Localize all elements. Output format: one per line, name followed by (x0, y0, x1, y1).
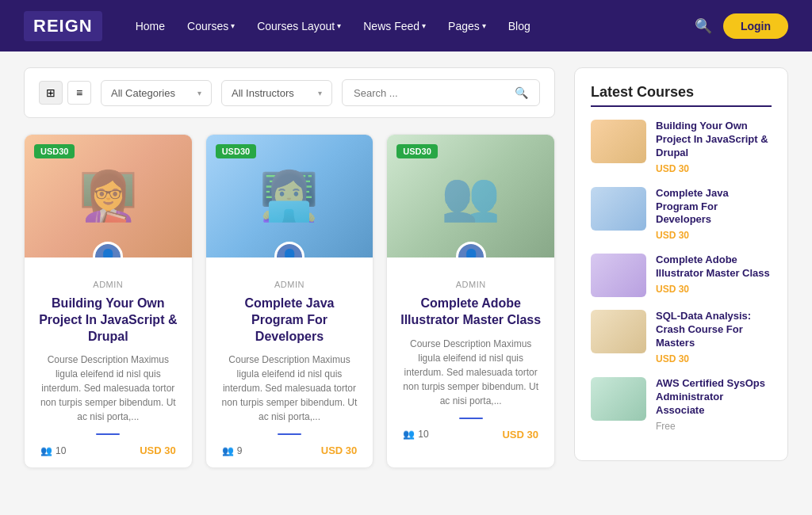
sidebar-course-item[interactable]: SQL-Data Analysis: Crash Course For Mast… (591, 310, 772, 364)
card-footer: 👥 10 USD 30 (37, 444, 179, 456)
header: REIGN Home Courses ▾ Courses Layout ▾ Ne… (0, 0, 812, 52)
card-admin-label: ADMIN (400, 280, 542, 289)
sidebar-course-title: AWS Certified SysOps Administrator Assoc… (656, 377, 772, 418)
card-title: Complete Java Program For Developers (219, 296, 361, 345)
sidebar-course-info: Building Your Own Project In JavaScript … (656, 120, 772, 174)
sidebar-course-info: Complete Adobe Illustrator Master Class … (656, 254, 772, 295)
card-description: Course Description Maximus ligula eleife… (219, 353, 361, 424)
sidebar-course-price: Free (656, 421, 772, 432)
sidebar-course-price: USD 30 (656, 353, 772, 364)
card-body: ADMIN Building Your Own Project In JavaS… (25, 258, 192, 467)
card-divider (96, 433, 120, 435)
nav-feed-arrow: ▾ (422, 21, 426, 30)
students-icon: 👥 (222, 445, 234, 456)
card-students: 👥 10 (403, 429, 428, 440)
sidebar: Latest Courses Building Your Own Project… (574, 67, 788, 461)
search-box[interactable]: 🔍 (342, 79, 540, 106)
sidebar-items-list: Building Your Own Project In JavaScript … (591, 120, 772, 432)
main-content: ⊞ ≡ All Categories ▾ All Instructors ▾ 🔍… (0, 52, 812, 484)
search-input[interactable] (354, 87, 508, 99)
sidebar-divider (591, 105, 772, 107)
course-image: 👩‍🏫 USD30 👤 (25, 135, 192, 258)
nav-courses[interactable]: Courses ▾ (178, 13, 244, 39)
price-badge: USD30 (216, 144, 256, 158)
course-card[interactable]: 👩‍🏫 USD30 👤 ADMIN Building Your Own Proj… (24, 134, 193, 468)
logo[interactable]: REIGN (24, 11, 102, 41)
sidebar-course-thumbnail (591, 187, 646, 231)
categories-arrow: ▾ (197, 89, 201, 97)
card-title: Complete Adobe Illustrator Master Class (400, 296, 542, 329)
nav-layout-arrow: ▾ (337, 21, 341, 30)
card-price: USD 30 (321, 444, 358, 456)
sidebar-course-info: AWS Certified SysOps Administrator Assoc… (656, 377, 772, 432)
course-card[interactable]: 👥 USD30 👤 ADMIN Complete Adobe Illustrat… (386, 134, 555, 468)
card-students: 👥 10 (40, 445, 66, 456)
students-count: 10 (56, 445, 66, 456)
course-image: 👩‍💻 USD30 👤 (206, 135, 373, 258)
header-right: 🔍 Login (695, 13, 788, 39)
price-badge: USD30 (396, 144, 437, 158)
card-footer: 👥 9 USD 30 (219, 444, 361, 456)
price-badge: USD30 (34, 144, 75, 158)
nav-pages-arrow: ▾ (482, 21, 486, 30)
card-description: Course Description Maximus ligula eleife… (37, 353, 179, 424)
sidebar-title: Latest Courses (591, 84, 772, 101)
sidebar-course-title: Complete Java Program For Developers (656, 187, 772, 227)
login-button[interactable]: Login (723, 13, 788, 39)
sidebar-course-price: USD 30 (656, 163, 772, 174)
card-students: 👥 9 (222, 445, 243, 456)
card-title: Building Your Own Project In JavaScript … (37, 296, 179, 345)
view-toggle: ⊞ ≡ (39, 81, 91, 105)
sidebar-course-item[interactable]: AWS Certified SysOps Administrator Assoc… (591, 377, 772, 432)
sidebar-course-title: Complete Adobe Illustrator Master Class (656, 254, 772, 280)
card-body: ADMIN Complete Java Program For Develope… (206, 258, 373, 467)
course-card[interactable]: 👩‍💻 USD30 👤 ADMIN Complete Java Program … (205, 134, 374, 468)
nav-news-feed[interactable]: News Feed ▾ (354, 13, 435, 39)
nav-blog[interactable]: Blog (499, 13, 540, 39)
courses-grid: 👩‍🏫 USD30 👤 ADMIN Building Your Own Proj… (24, 134, 555, 468)
sidebar-course-title: Building Your Own Project In JavaScript … (656, 120, 772, 160)
sidebar-course-title: SQL-Data Analysis: Crash Course For Mast… (656, 310, 772, 350)
sidebar-course-thumbnail (591, 310, 646, 353)
header-search-icon[interactable]: 🔍 (695, 17, 712, 35)
nav-home[interactable]: Home (126, 13, 174, 39)
card-price: USD 30 (502, 429, 538, 441)
sidebar-course-price: USD 30 (656, 230, 772, 241)
sidebar-course-thumbnail (591, 120, 646, 163)
sidebar-course-thumbnail (591, 377, 646, 421)
sidebar-course-item[interactable]: Building Your Own Project In JavaScript … (591, 120, 772, 174)
card-admin-label: ADMIN (37, 280, 179, 289)
instructors-filter[interactable]: All Instructors ▾ (221, 80, 332, 106)
categories-label: All Categories (111, 87, 175, 99)
categories-filter[interactable]: All Categories ▾ (101, 80, 212, 106)
nav-pages[interactable]: Pages ▾ (439, 13, 496, 39)
instructors-label: All Instructors (232, 87, 294, 99)
search-box-icon: 🔍 (515, 86, 528, 99)
card-divider (459, 418, 483, 419)
card-price: USD 30 (140, 444, 176, 456)
course-image: 👥 USD30 👤 (387, 135, 554, 258)
grid-view-button[interactable]: ⊞ (39, 81, 63, 105)
students-count: 10 (418, 429, 428, 440)
students-count: 9 (237, 445, 243, 456)
sidebar-course-info: Complete Java Program For Developers USD… (656, 187, 772, 242)
sidebar-course-item[interactable]: Complete Adobe Illustrator Master Class … (591, 254, 772, 297)
sidebar-course-thumbnail (591, 254, 646, 297)
main-nav: Home Courses ▾ Courses Layout ▾ News Fee… (126, 13, 695, 39)
list-view-button[interactable]: ≡ (67, 81, 91, 105)
filter-bar: ⊞ ≡ All Categories ▾ All Instructors ▾ 🔍 (24, 67, 555, 118)
nav-courses-arrow: ▾ (231, 21, 235, 30)
nav-courses-layout[interactable]: Courses Layout ▾ (247, 13, 350, 39)
sidebar-course-item[interactable]: Complete Java Program For Developers USD… (591, 187, 772, 242)
card-footer: 👥 10 USD 30 (400, 429, 542, 441)
students-icon: 👥 (40, 445, 52, 456)
card-admin-label: ADMIN (219, 280, 361, 289)
sidebar-course-info: SQL-Data Analysis: Crash Course For Mast… (656, 310, 772, 364)
card-divider (278, 433, 301, 435)
card-body: ADMIN Complete Adobe Illustrator Master … (387, 258, 554, 452)
students-icon: 👥 (403, 429, 415, 440)
instructors-arrow: ▾ (318, 89, 322, 97)
content-area: ⊞ ≡ All Categories ▾ All Instructors ▾ 🔍… (24, 67, 555, 468)
card-description: Course Description Maximus ligula eleife… (400, 337, 542, 408)
sidebar-course-price: USD 30 (656, 284, 772, 295)
